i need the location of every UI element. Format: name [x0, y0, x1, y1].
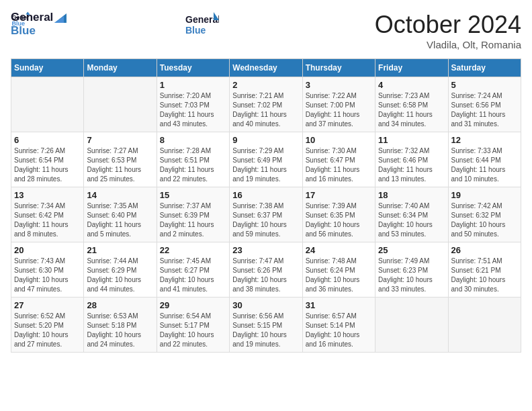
- day-info: Sunrise: 7:32 AM Sunset: 6:46 PM Dayligh…: [378, 146, 445, 184]
- day-info: Sunrise: 7:44 AM Sunset: 6:29 PM Dayligh…: [87, 257, 153, 294]
- day-number: 21: [87, 245, 153, 255]
- calendar-week-row: 27Sunrise: 6:52 AM Sunset: 5:20 PM Dayli…: [11, 298, 521, 353]
- day-number: 9: [232, 135, 299, 145]
- day-number: 20: [14, 245, 81, 255]
- weekday-header-cell: Monday: [84, 59, 157, 77]
- day-info: Sunrise: 7:34 AM Sunset: 6:42 PM Dayligh…: [14, 201, 81, 239]
- day-info: Sunrise: 7:45 AM Sunset: 6:27 PM Dayligh…: [160, 257, 226, 294]
- day-info: Sunrise: 6:57 AM Sunset: 5:14 PM Dayligh…: [306, 312, 372, 349]
- logo-line1: General: [11, 11, 66, 24]
- page-header: General Blue General Blue October 2024 V…: [11, 11, 521, 50]
- calendar-day-cell: 7Sunrise: 7:27 AM Sunset: 6:53 PM Daylig…: [84, 132, 157, 187]
- day-info: Sunrise: 6:53 AM Sunset: 5:18 PM Dayligh…: [87, 312, 153, 349]
- calendar-week-row: 6Sunrise: 7:26 AM Sunset: 6:54 PM Daylig…: [11, 132, 521, 187]
- calendar-day-cell: 11Sunrise: 7:32 AM Sunset: 6:46 PM Dayli…: [375, 132, 448, 187]
- day-info: Sunrise: 7:51 AM Sunset: 6:21 PM Dayligh…: [451, 257, 518, 294]
- day-info: Sunrise: 7:27 AM Sunset: 6:53 PM Dayligh…: [87, 146, 153, 184]
- day-number: 5: [451, 80, 518, 90]
- logo-line2: Blue: [11, 24, 66, 38]
- day-number: 12: [451, 135, 518, 145]
- calendar-day-cell: 10Sunrise: 7:30 AM Sunset: 6:47 PM Dayli…: [302, 132, 375, 187]
- weekday-header-cell: Friday: [375, 59, 448, 77]
- calendar-day-cell: 16Sunrise: 7:38 AM Sunset: 6:37 PM Dayli…: [230, 187, 302, 242]
- day-number: 4: [378, 80, 445, 90]
- weekday-header-cell: Tuesday: [157, 59, 229, 77]
- day-number: 19: [451, 190, 518, 200]
- day-number: 18: [378, 190, 445, 200]
- calendar-day-cell: 15Sunrise: 7:37 AM Sunset: 6:39 PM Dayli…: [157, 187, 229, 242]
- day-number: 11: [378, 135, 445, 145]
- calendar-day-cell: 28Sunrise: 6:53 AM Sunset: 5:18 PM Dayli…: [84, 298, 157, 353]
- day-info: Sunrise: 7:35 AM Sunset: 6:40 PM Dayligh…: [87, 201, 153, 239]
- day-info: Sunrise: 7:37 AM Sunset: 6:39 PM Dayligh…: [160, 201, 226, 239]
- svg-text:Blue: Blue: [185, 25, 206, 36]
- location: Vladila, Olt, Romania: [375, 39, 521, 50]
- calendar-day-cell: 6Sunrise: 7:26 AM Sunset: 6:54 PM Daylig…: [11, 132, 84, 187]
- calendar-day-cell: 18Sunrise: 7:40 AM Sunset: 6:34 PM Dayli…: [375, 187, 448, 242]
- calendar-day-cell: 19Sunrise: 7:42 AM Sunset: 6:32 PM Dayli…: [448, 187, 521, 242]
- day-number: 7: [87, 135, 153, 145]
- weekday-header-row: SundayMondayTuesdayWednesdayThursdayFrid…: [11, 59, 521, 77]
- day-number: 26: [451, 245, 518, 255]
- day-info: Sunrise: 7:42 AM Sunset: 6:32 PM Dayligh…: [451, 201, 518, 239]
- calendar-day-cell: 8Sunrise: 7:28 AM Sunset: 6:51 PM Daylig…: [157, 132, 229, 187]
- day-number: 1: [160, 80, 226, 90]
- day-info: Sunrise: 7:29 AM Sunset: 6:49 PM Dayligh…: [232, 146, 299, 184]
- calendar-day-cell: 22Sunrise: 7:45 AM Sunset: 6:27 PM Dayli…: [157, 242, 229, 298]
- day-info: Sunrise: 6:54 AM Sunset: 5:17 PM Dayligh…: [160, 312, 226, 349]
- day-info: Sunrise: 6:52 AM Sunset: 5:20 PM Dayligh…: [14, 312, 81, 349]
- day-number: 2: [232, 80, 299, 90]
- day-info: Sunrise: 7:33 AM Sunset: 6:44 PM Dayligh…: [451, 146, 518, 184]
- day-number: 6: [14, 135, 81, 145]
- title-block: October 2024 Vladila, Olt, Romania: [375, 11, 521, 50]
- calendar-day-cell: 17Sunrise: 7:39 AM Sunset: 6:35 PM Dayli…: [302, 187, 375, 242]
- calendar-day-cell: 3Sunrise: 7:22 AM Sunset: 7:00 PM Daylig…: [302, 77, 375, 132]
- calendar-day-cell: 21Sunrise: 7:44 AM Sunset: 6:29 PM Dayli…: [84, 242, 157, 298]
- calendar-day-cell: 5Sunrise: 7:24 AM Sunset: 6:56 PM Daylig…: [448, 77, 521, 132]
- day-info: Sunrise: 7:39 AM Sunset: 6:35 PM Dayligh…: [306, 201, 372, 239]
- calendar-week-row: 1Sunrise: 7:20 AM Sunset: 7:03 PM Daylig…: [11, 77, 521, 132]
- logo-container: General Blue: [11, 11, 66, 37]
- calendar-table: SundayMondayTuesdayWednesdayThursdayFrid…: [11, 58, 521, 353]
- day-info: Sunrise: 7:20 AM Sunset: 7:03 PM Dayligh…: [160, 91, 226, 129]
- day-number: 31: [306, 300, 372, 310]
- day-number: 24: [306, 245, 372, 255]
- day-number: 29: [160, 300, 226, 310]
- calendar-day-cell: 25Sunrise: 7:49 AM Sunset: 6:23 PM Dayli…: [375, 242, 448, 298]
- day-number: 16: [232, 190, 299, 200]
- day-number: 3: [306, 80, 372, 90]
- calendar-day-cell: 1Sunrise: 7:20 AM Sunset: 7:03 PM Daylig…: [157, 77, 229, 132]
- calendar-day-cell: [84, 77, 157, 132]
- calendar-day-cell: 12Sunrise: 7:33 AM Sunset: 6:44 PM Dayli…: [448, 132, 521, 187]
- day-number: 14: [87, 190, 153, 200]
- day-number: 13: [14, 190, 81, 200]
- weekday-header-cell: Thursday: [302, 59, 375, 77]
- weekday-header-cell: Sunday: [11, 59, 84, 77]
- day-info: Sunrise: 7:26 AM Sunset: 6:54 PM Dayligh…: [14, 146, 81, 184]
- day-number: 23: [232, 245, 299, 255]
- day-number: 8: [160, 135, 226, 145]
- day-info: Sunrise: 7:43 AM Sunset: 6:30 PM Dayligh…: [14, 257, 81, 294]
- day-info: Sunrise: 6:56 AM Sunset: 5:15 PM Dayligh…: [232, 312, 299, 349]
- day-info: Sunrise: 7:23 AM Sunset: 6:58 PM Dayligh…: [378, 91, 445, 129]
- calendar-day-cell: 14Sunrise: 7:35 AM Sunset: 6:40 PM Dayli…: [84, 187, 157, 242]
- calendar-day-cell: 2Sunrise: 7:21 AM Sunset: 7:02 PM Daylig…: [230, 77, 302, 132]
- day-info: Sunrise: 7:22 AM Sunset: 7:00 PM Dayligh…: [306, 91, 372, 129]
- weekday-header-cell: Wednesday: [230, 59, 302, 77]
- calendar-day-cell: 31Sunrise: 6:57 AM Sunset: 5:14 PM Dayli…: [302, 298, 375, 353]
- logo-svg: General Blue: [185, 11, 219, 40]
- weekday-header-cell: Saturday: [448, 59, 521, 77]
- calendar-body: 1Sunrise: 7:20 AM Sunset: 7:03 PM Daylig…: [11, 77, 521, 353]
- day-info: Sunrise: 7:38 AM Sunset: 6:37 PM Dayligh…: [232, 201, 299, 239]
- day-info: Sunrise: 7:30 AM Sunset: 6:47 PM Dayligh…: [306, 146, 372, 184]
- day-number: 17: [306, 190, 372, 200]
- calendar-day-cell: [11, 77, 84, 132]
- calendar-day-cell: 13Sunrise: 7:34 AM Sunset: 6:42 PM Dayli…: [11, 187, 84, 242]
- day-info: Sunrise: 7:21 AM Sunset: 7:02 PM Dayligh…: [232, 91, 299, 129]
- day-info: Sunrise: 7:49 AM Sunset: 6:23 PM Dayligh…: [378, 257, 445, 294]
- calendar-day-cell: 20Sunrise: 7:43 AM Sunset: 6:30 PM Dayli…: [11, 242, 84, 298]
- day-info: Sunrise: 7:48 AM Sunset: 6:24 PM Dayligh…: [306, 257, 372, 294]
- day-info: Sunrise: 7:47 AM Sunset: 6:26 PM Dayligh…: [232, 257, 299, 294]
- calendar-day-cell: [375, 298, 448, 353]
- calendar-day-cell: 26Sunrise: 7:51 AM Sunset: 6:21 PM Dayli…: [448, 242, 521, 298]
